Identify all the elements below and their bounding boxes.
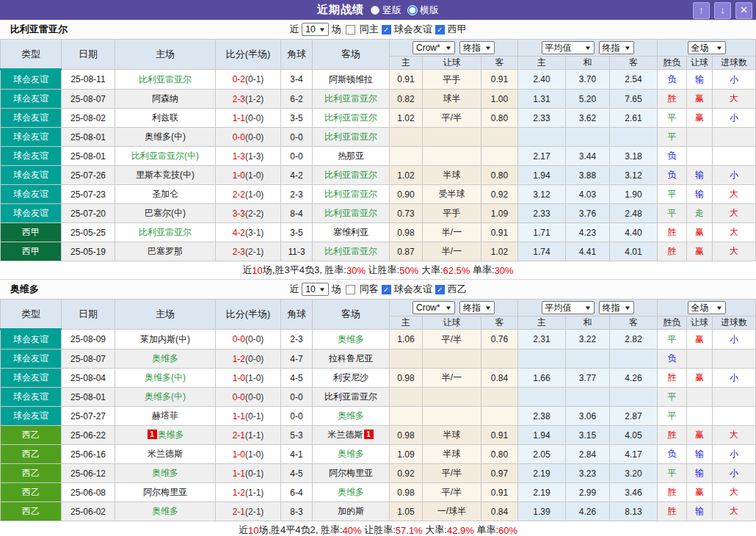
cell-handicap: 半球 [423, 166, 481, 185]
cell-avg-away: 2.48 [610, 204, 658, 223]
cell-avg-draw: 2.99 [566, 483, 610, 502]
same-venue-checkbox[interactable] [346, 285, 355, 294]
cell-handicap: 受半球 [423, 185, 481, 204]
summary-segment: 10 [252, 265, 262, 276]
cell-avg-away: 3.20 [610, 464, 658, 483]
near-label: 近 [289, 283, 299, 296]
match-count-select[interactable]: 10 ▼ [302, 23, 328, 36]
summary-segment: 50% [399, 265, 418, 276]
cell-date: 25-08-01 [62, 388, 115, 407]
cell-avg-draw: 3.88 [566, 166, 610, 185]
odds-stage-select[interactable]: 终指 ▼ [459, 301, 495, 314]
scope-select[interactable]: 全场 ▼ [688, 41, 726, 54]
cell-corner: 3-5 [281, 223, 313, 242]
scope-select[interactable]: 全场 ▼ [688, 301, 726, 314]
layout-radio-vertical[interactable]: 竖版 [371, 4, 401, 17]
score-halftime: (1-3) [245, 151, 263, 162]
scope-select-group: 全场 ▼ [658, 40, 756, 57]
home-team-name: 奥维多(中) [145, 372, 186, 383]
league-checkbox-laliga[interactable]: ✓ [435, 25, 445, 35]
score-halftime: (0-0) [245, 132, 263, 142]
layout-radio-horizontal[interactable]: 横版 [408, 4, 439, 17]
cell-corner: 2-3 [281, 185, 313, 204]
cell-home-team: 米兰德斯 [115, 445, 216, 464]
match-count-select[interactable]: 10 ▼ [302, 283, 328, 296]
layout-radio-horizontal-label: 横版 [420, 4, 439, 17]
radio-icon[interactable] [371, 6, 379, 15]
cell-result-outcome: 胜 [658, 502, 687, 521]
league-label-laliga: 西甲 [448, 23, 467, 36]
move-down-button[interactable]: ↓ [714, 2, 731, 19]
cell-type: 球会友谊 [1, 70, 62, 90]
league-checkbox-segunda[interactable]: ✓ [435, 285, 445, 294]
cell-result-handicap [687, 350, 713, 369]
cell-corner: 4-1 [281, 445, 313, 464]
cell-odds-away: 0.80 [481, 109, 518, 128]
cell-away-team: 加的斯 [313, 502, 390, 521]
cell-result-handicap: 走 [687, 204, 713, 223]
same-venue-label: 同主 [360, 23, 379, 36]
cell-odds-home: 1.02 [390, 166, 423, 185]
summary-row: 近10场,胜3平4负3, 胜率:30% 让胜率:50% 大率:62.5% 单率:… [0, 261, 756, 280]
cell-date: 25-06-08 [62, 483, 115, 502]
odds-company-select[interactable]: Crow* ▼ [412, 301, 455, 314]
cell-result-outcome: 胜 [658, 242, 687, 261]
table-row: 西乙 25-06-16 米兰德斯 1-0(1-0) 4-1 奥维多 1.09 半… [1, 445, 756, 464]
col-header-date: 日期 [62, 300, 115, 330]
table-row: 球会友谊 25-08-09 莱加内斯(中) 0-0(0-0) 2-3 奥维多 1… [1, 330, 756, 350]
cell-home-team: 赫塔菲 [115, 407, 216, 426]
same-venue-checkbox[interactable] [346, 25, 355, 35]
col-header-date: 日期 [62, 40, 115, 70]
league-checkbox-friendly[interactable]: ✓ [382, 285, 391, 294]
average-stage-select[interactable]: 终指 ▼ [599, 301, 634, 314]
team-section-oviedo: 奥维多 近 10 ▼ 场 同客 ✓ 球会友谊 ✓ 西乙 类型 日期 [0, 280, 756, 536]
close-button[interactable]: ✕ [735, 2, 752, 19]
average-stage-value: 终指 [603, 42, 620, 54]
cell-avg-home [518, 128, 566, 147]
league-checkbox-friendly[interactable]: ✓ [382, 25, 391, 35]
cell-result-outcome: 平 [658, 185, 687, 204]
table-row: 球会友谊 25-07-27 赫塔菲 1-1(0-1) 0-0 奥维多 2.38 … [1, 407, 756, 426]
cell-corner: 4-2 [281, 166, 313, 185]
average-type-value: 平均值 [545, 42, 572, 54]
odds-select-group: Crow* ▼ 终指 ▼ [390, 40, 518, 57]
near-label: 近 [289, 23, 299, 36]
average-type-select[interactable]: 平均值 ▼ [542, 41, 595, 54]
odds-stage-select[interactable]: 终指 ▼ [459, 41, 495, 54]
cell-avg-home: 2.33 [518, 204, 566, 223]
league-label-segunda: 西乙 [448, 283, 467, 296]
cell-score: 1-2(1-1) [216, 483, 281, 502]
cell-home-team: 比利亚雷亚尔 [115, 70, 216, 90]
average-stage-select[interactable]: 终指 ▼ [599, 41, 634, 54]
cell-date: 25-07-20 [62, 204, 115, 223]
cell-result-goals [713, 350, 756, 369]
cell-odds-away: 0.91 [481, 483, 518, 502]
cell-date: 25-08-01 [62, 147, 115, 166]
cell-away-team: 比利亚雷亚尔 [313, 185, 390, 204]
cell-home-team: 奥维多 [115, 464, 216, 483]
score-halftime: (1-0) [245, 449, 263, 460]
table-row: 球会友谊 25-08-02 利兹联 1-1(0-0) 3-5 比利亚雷亚尔 1.… [1, 109, 756, 128]
cell-result-goals: 小 [713, 464, 756, 483]
radio-icon[interactable] [408, 6, 417, 15]
cell-away-team: 利安尼沙 [313, 369, 390, 388]
col-header-goals: 进球数 [713, 316, 756, 330]
average-type-select[interactable]: 平均值 ▼ [542, 301, 595, 314]
cell-avg-draw: 3.23 [566, 464, 610, 483]
cell-date: 25-08-02 [62, 109, 115, 128]
league-label-friendly: 球会友谊 [394, 283, 432, 296]
cell-home-team: 巴塞尔(中) [115, 204, 216, 223]
cell-score: 2-3(1-2) [216, 90, 281, 109]
summary-segment: 57.1% [396, 525, 423, 536]
cell-odds-away: 1.02 [481, 242, 518, 261]
col-header-handicap-result: 让球 [687, 316, 713, 330]
cell-handicap: 半/一 [423, 369, 481, 388]
away-team-name: 比利亚雷亚尔 [324, 93, 377, 104]
cell-avg-away: 4.26 [610, 369, 658, 388]
move-up-button[interactable]: ↑ [693, 2, 710, 19]
cell-result-goals: 大 [713, 185, 756, 204]
cell-date: 25-06-12 [62, 464, 115, 483]
odds-company-select[interactable]: Crow* ▼ [412, 41, 455, 54]
cell-score: 2-2(1-0) [216, 185, 281, 204]
col-header-odds-away: 客 [481, 57, 518, 70]
